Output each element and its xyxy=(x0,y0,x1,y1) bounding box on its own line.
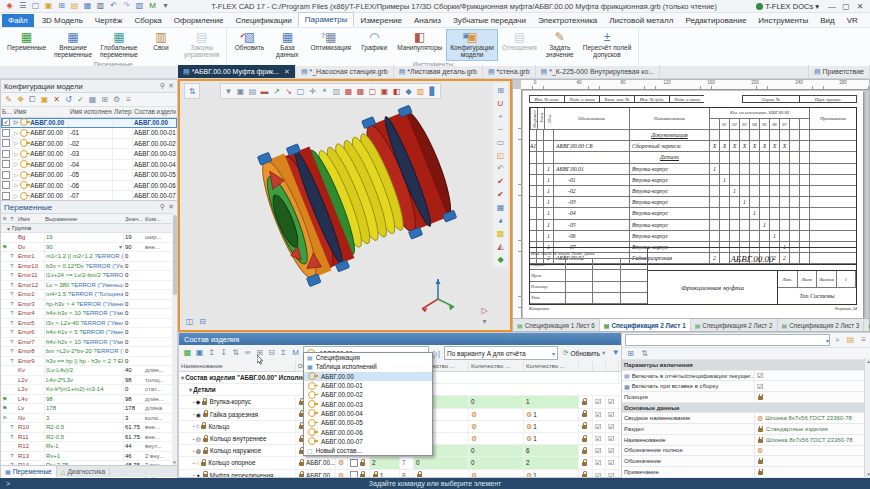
close-button[interactable]: ✕ xyxy=(853,1,867,12)
variable-row[interactable]: Kv(Lv-L4v)/240длин... xyxy=(1,366,177,376)
variable-row[interactable]: Bg1919шир... xyxy=(1,233,177,243)
config-row[interactable]: ✓▷АБВГ.00.00АБВГ.00.00 xyxy=(1,118,177,129)
checkbox-checked-icon[interactable]: ☑ xyxy=(608,435,614,442)
specification-sheet[interactable]: Инв. № подл.Подп. и датаВзам. инв. №Инв.… xyxy=(523,91,863,319)
props-categorized-icon[interactable]: ⊞ xyxy=(625,348,636,359)
selector-filter-icon[interactable]: ▼ xyxy=(223,86,234,97)
property-row[interactable]: Примечание xyxy=(622,467,870,478)
variable-row[interactable]: ?Error10b3v > 0.12*Dv ? ERROR ("Умень...… xyxy=(1,262,177,272)
snap-point-icon[interactable]: ↗ xyxy=(271,86,282,97)
variable-row[interactable]: ⚑Lv178178длина xyxy=(1,404,177,414)
document-tab[interactable]: ▤*Листовая деталь.grb xyxy=(394,65,483,78)
property-row[interactable]: ▦Включать при вставке в сборку☑ xyxy=(622,381,870,392)
measure-icon[interactable]: M xyxy=(146,1,159,12)
ribbon-tab-VR[interactable]: VR xyxy=(841,14,864,27)
box-section-icon[interactable]: ◧ xyxy=(391,86,402,97)
variables-button[interactable]: ▦Переменные xyxy=(3,29,50,61)
add-row-icon[interactable]: ▦ xyxy=(182,348,193,359)
spec-row[interactable]: 1-04Втулка-корпус1 xyxy=(530,208,856,219)
folder-icon[interactable]: ▤ xyxy=(68,1,81,12)
panel-tab-Переменные[interactable]: ▦Переменные xyxy=(1,466,57,477)
variables-group-row[interactable]: ▾Группа xyxy=(1,224,177,233)
workplane-icon[interactable]: ▢ xyxy=(295,86,306,97)
variable-row[interactable]: ⚑Nv33коли... xyxy=(1,414,177,424)
composition-item-row[interactable]: ▪✦Муфта переключенияАБВГ.00...⚙18⚙⚙1☑☑ xyxy=(179,470,621,478)
view-3d-icon[interactable]: ▥ xyxy=(415,86,426,97)
dropdown-item[interactable]: АБВГ.00.00-03 xyxy=(304,399,432,408)
variable-row[interactable]: L2vL4v-2*L3v98толщ... xyxy=(1,376,177,386)
checkbox-checked-icon[interactable]: ☑ xyxy=(595,398,601,405)
ribbon-tab-Сборка[interactable]: Сборка xyxy=(128,14,167,27)
sum-icon[interactable]: Σ xyxy=(278,348,289,359)
move-up-icon[interactable]: ↥ xyxy=(206,348,217,359)
open-document-icon[interactable]: ▣ xyxy=(42,1,55,12)
graphs-button[interactable]: ◠Графики xyxy=(355,29,393,61)
checkbox-checked-icon[interactable]: ☑ xyxy=(595,435,601,442)
dropdown-item[interactable]: ▦Таблица исполнений xyxy=(304,362,432,371)
ribbon-tab-3D Модель[interactable]: 3D Модель xyxy=(36,14,89,27)
check-model-icon[interactable]: ✔ xyxy=(495,176,506,187)
checkbox-checked-icon[interactable]: ☑ xyxy=(595,423,601,430)
close-icon[interactable]: ✕ xyxy=(168,203,174,211)
checkbox-checked-icon[interactable]: ☑ xyxy=(608,411,614,418)
spec-row[interactable]: 1-05Втулка-корпус1 xyxy=(530,220,856,231)
props-filter-combo[interactable]: ▾ xyxy=(625,334,830,346)
material-icon[interactable]: ▩ xyxy=(495,228,506,239)
table-view-icon[interactable]: ▦ xyxy=(87,94,98,105)
dropdown-item[interactable]: ▢Новый состав... xyxy=(304,446,432,455)
document-tab[interactable]: ▤*_Насосная станция.grb xyxy=(296,65,394,78)
ribbon-tab-Спецификации[interactable]: Спецификации xyxy=(229,14,297,27)
ribbon-tab-Инструменты[interactable]: Инструменты xyxy=(752,14,814,27)
property-row[interactable]: Позиция xyxy=(622,392,870,403)
close-tab-icon[interactable]: ✕ xyxy=(284,68,290,76)
delete-configuration-icon[interactable]: ✕ xyxy=(51,94,62,105)
checkbox-checked-icon[interactable]: ☑ xyxy=(595,472,601,477)
property-row[interactable]: ▤Включать в отчёты/спецификации текущег.… xyxy=(622,371,870,382)
expander-icon[interactable]: ▾ xyxy=(181,374,184,381)
optimization-button[interactable]: ▦?Оптимизация xyxy=(306,29,355,61)
config-row[interactable]: ▷АБВГ.00.00-01АБВГ.00.00-01 xyxy=(1,128,177,139)
document-tab[interactable]: ▤*АБВГ.00.00 Муфта фрик...✕ xyxy=(178,65,296,78)
snap-edge-icon[interactable]: ↘ xyxy=(283,86,294,97)
filter-icon[interactable]: ▼ xyxy=(610,348,621,359)
config-row[interactable]: ▷АБВГ.00.00-05АБВГ.00.00-05 xyxy=(1,170,177,181)
more-icon[interactable]: ≡ xyxy=(123,94,134,105)
isometry-icon[interactable]: ◆ xyxy=(495,254,506,265)
print-icon[interactable]: ▥ xyxy=(94,1,107,12)
axes-icon[interactable]: ✛ xyxy=(307,86,318,97)
dropdown-item[interactable]: АБВГ.00.00-01 xyxy=(304,381,432,390)
variable-row[interactable]: ?Error11l1v+24 >= Lv/2-bm/2 ? ERROR (:..… xyxy=(1,271,177,281)
property-row[interactable]: НаименованиеШпонка 8x7x56 ГОСТ 23360-78 xyxy=(622,435,870,446)
ribbon-tab-Листовой металл[interactable]: Листовой металл xyxy=(603,14,679,27)
grid-icon[interactable]: ⊞ xyxy=(495,85,506,96)
dropdown-item[interactable]: АБВГ.00.00-02 xyxy=(304,390,432,399)
select-faces-icon[interactable]: ▬ xyxy=(259,86,270,97)
variable-row[interactable]: ?Error4h4v-h3v < 10 ? ERROR ("Умень...0 xyxy=(1,309,177,319)
zoom-in-icon[interactable]: + xyxy=(495,111,506,122)
sheet-tab[interactable]: ▤Спецификация 1 Лист 6 xyxy=(513,319,600,331)
specification-sheet-panel[interactable]: 04080120160200240280 Инв. № подл.Подп. и… xyxy=(512,79,870,332)
variable-row[interactable]: ?Error9h3v == hp || hp - h3v < 2 ? ERR..… xyxy=(1,357,177,367)
move-down-icon[interactable]: ↧ xyxy=(218,348,229,359)
checkbox-checked-icon[interactable]: ☑ xyxy=(608,423,614,430)
dropdown-arrow-icon[interactable]: ▾ xyxy=(119,243,122,250)
dropdown-item[interactable]: АБВГ.00.00-06 xyxy=(304,427,432,436)
apply-configuration-icon[interactable]: ✓ xyxy=(75,94,86,105)
property-row[interactable]: Обозначение xyxy=(622,456,870,467)
expander-icon[interactable]: ▷ xyxy=(14,182,18,188)
dropdown-item[interactable]: АБВГ.00.00 xyxy=(304,372,432,381)
ribbon-tab-Измерение[interactable]: Измерение xyxy=(354,14,408,27)
box-solid-icon[interactable]: ▣ xyxy=(379,86,390,97)
tflex-docs-button[interactable]: T-FLEX DOCs ▾ xyxy=(756,2,819,11)
variable-row[interactable]: ?Error1m1<1.2 || m2<1.2 ? ERROR ("То...0 xyxy=(1,252,177,262)
config-row[interactable]: ▷АБВГ.00.00-02АБВГ.00.00-02 xyxy=(1,139,177,150)
ribbon-tab-Редактирование[interactable]: Редактирование xyxy=(679,14,752,27)
variable-row[interactable]: R12Rv-144внут... xyxy=(1,442,177,452)
page-preview-icon[interactable]: ▷ xyxy=(479,305,490,316)
maximize-button[interactable]: ▢ xyxy=(839,1,853,12)
dropdown-item[interactable]: АБВГ.00.00-07 xyxy=(304,437,432,446)
saved-views-icon[interactable]: ▦ xyxy=(495,202,506,213)
spec-row[interactable]: А1АБВГ.00.00 СБСборочный чертежXXXXXXXX xyxy=(530,141,856,152)
config-checkbox[interactable]: ✓ xyxy=(2,118,10,126)
checkbox-checked-icon[interactable]: ☑ xyxy=(757,372,763,379)
